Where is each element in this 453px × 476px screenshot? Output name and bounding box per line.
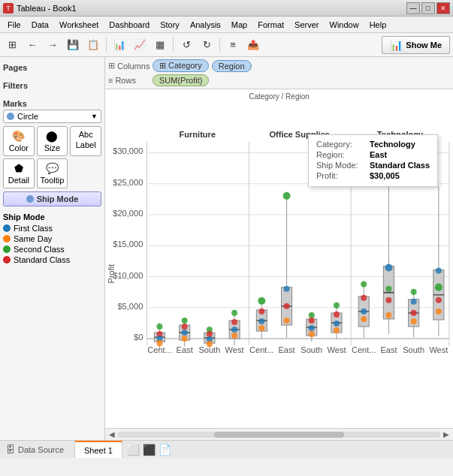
svg-point-74 (284, 286, 290, 292)
window-controls[interactable]: — □ ✕ (406, 2, 450, 14)
toolbar-grid-icon[interactable]: ⊞ (3, 36, 21, 54)
svg-text:$30,000: $30,000 (113, 147, 143, 156)
first-class-label: First Class (14, 224, 53, 233)
svg-point-111 (411, 310, 417, 316)
color-icon: 🎨 (12, 130, 25, 142)
svg-text:West: West (327, 345, 346, 354)
toolbar-filter-button[interactable]: ≡ (224, 36, 242, 54)
toolbar-chart1-button[interactable]: 📊 (110, 36, 128, 54)
toolbar-save-button[interactable]: 💾 (64, 36, 82, 54)
legend-title: Ship Mode (3, 212, 101, 221)
svg-point-105 (385, 312, 391, 318)
scroll-left-arrow[interactable]: ◀ (107, 430, 117, 438)
tooltip-profit-key: Profit: (316, 171, 365, 180)
svg-point-102 (385, 264, 392, 271)
profit-pill-label: SUM(Profit) (159, 76, 202, 85)
scroll-right-arrow[interactable]: ▶ (441, 430, 451, 438)
svg-point-59 (231, 310, 237, 316)
menu-window[interactable]: Window (325, 19, 364, 31)
region-pill[interactable]: Region (212, 60, 252, 72)
close-button[interactable]: ✕ (436, 2, 450, 14)
sheet1-tab[interactable]: Sheet 1 (75, 441, 122, 458)
svg-point-96 (361, 309, 367, 315)
marks-type-dropdown[interactable]: Circle ▼ (3, 110, 101, 123)
marks-section: Marks Circle ▼ 🎨 Color ⬤ Size Abc Label (3, 98, 101, 206)
label-button[interactable]: Abc Label (70, 126, 101, 156)
detail-icon: ⬟ (14, 162, 23, 174)
label-icon: Abc (79, 130, 93, 139)
show-me-button[interactable]: 📊 Show Me (382, 36, 450, 54)
toolbar-forward-button[interactable]: → (44, 36, 62, 54)
same-day-label: Same Day (14, 234, 52, 243)
new-dashboard-icon[interactable]: ⬛ (143, 444, 156, 456)
menu-data[interactable]: Data (27, 19, 53, 31)
svg-text:$5,000: $5,000 (117, 302, 143, 311)
horizontal-scrollbar[interactable]: ◀ ▶ (105, 428, 453, 440)
svg-text:Furniture: Furniture (180, 130, 216, 139)
tooltip-button[interactable]: 💬 Tooltip (37, 158, 68, 188)
svg-text:South: South (403, 345, 424, 354)
menu-worksheet[interactable]: Worksheet (55, 19, 103, 31)
toolbar-copy-button[interactable]: 📋 (84, 36, 102, 54)
right-area: ⊞ Columns ⊞ Category Region ≡ Rows SUM(P… (105, 57, 453, 440)
menu-story[interactable]: Story (156, 19, 184, 31)
tooltip-category-key: Category: (316, 140, 365, 149)
svg-point-89 (334, 321, 340, 327)
legend-same-day: Same Day (3, 234, 101, 243)
menu-map[interactable]: Map (227, 19, 252, 31)
svg-point-90 (334, 327, 340, 333)
standard-class-dot (3, 256, 11, 264)
toolbar-chart2-button[interactable]: 📈 (131, 36, 149, 54)
toolbar-chart3-button[interactable]: ▦ (151, 36, 169, 54)
ship-mode-pill-button[interactable]: Ship Mode (3, 191, 101, 206)
rows-grid-icon: ≡ (108, 76, 113, 85)
rows-shelf: ≡ Rows SUM(Profit) (108, 74, 450, 86)
size-button[interactable]: ⬤ Size (37, 126, 68, 156)
scroll-track[interactable] (117, 432, 441, 438)
second-class-label: Second Class (14, 245, 65, 254)
new-story-icon[interactable]: 📄 (159, 444, 171, 456)
data-source-tab[interactable]: 🗄 Data Source (0, 441, 75, 458)
pages-section: Pages (3, 62, 101, 74)
menu-analysis[interactable]: Analysis (186, 19, 225, 31)
app-icon: T (3, 3, 14, 14)
toolbar-back-button[interactable]: ← (23, 36, 41, 54)
title-bar: T Tableau - Book1 — □ ✕ (0, 0, 453, 17)
same-day-dot (3, 235, 11, 243)
svg-point-48 (182, 336, 188, 342)
menu-dashboard[interactable]: Dashboard (104, 19, 154, 31)
profit-pill[interactable]: SUM(Profit) (153, 74, 209, 86)
legend-second-class: Second Class (3, 245, 101, 254)
svg-point-110 (411, 299, 417, 305)
region-pill-label: Region (219, 62, 245, 71)
toolbar-redo-button[interactable]: ↻ (198, 36, 216, 54)
category-pill[interactable]: ⊞ Category (153, 59, 209, 72)
legend-section: Ship Mode First Class Same Day Second Cl… (3, 212, 101, 266)
toolbar-separator-1 (106, 38, 107, 53)
toolbar-refresh-button[interactable]: ↺ (177, 36, 195, 54)
svg-point-82 (309, 325, 315, 331)
maximize-button[interactable]: □ (421, 2, 435, 14)
scroll-thumb[interactable] (214, 432, 343, 438)
menu-file[interactable]: File (3, 19, 26, 31)
minimize-button[interactable]: — (406, 2, 420, 14)
menu-help[interactable]: Help (365, 19, 391, 31)
tooltip-shipmode-val: Standard Class (370, 161, 430, 170)
first-class-dot (3, 224, 11, 232)
new-worksheet-icon[interactable]: ⬜ (127, 444, 140, 456)
svg-text:West: West (429, 345, 448, 354)
svg-point-112 (411, 318, 417, 324)
detail-button[interactable]: ⬟ Detail (3, 158, 35, 188)
show-me-label: Show Me (406, 41, 442, 50)
tooltip-region-row: Region: East (316, 150, 430, 159)
menu-server[interactable]: Server (290, 19, 323, 31)
marks-title: Marks (3, 98, 101, 110)
menu-format[interactable]: Format (253, 19, 288, 31)
second-class-dot (3, 246, 11, 253)
color-button[interactable]: 🎨 Color (3, 126, 35, 156)
svg-text:$15,000: $15,000 (113, 240, 143, 249)
tooltip-category-val: Technology (370, 140, 415, 149)
toolbar-export-button[interactable]: 📤 (244, 36, 262, 54)
chart-area: Category / Region Profit $30,000 $25,000… (105, 89, 453, 428)
tooltip-profit-row: Profit: $30,005 (316, 171, 430, 180)
